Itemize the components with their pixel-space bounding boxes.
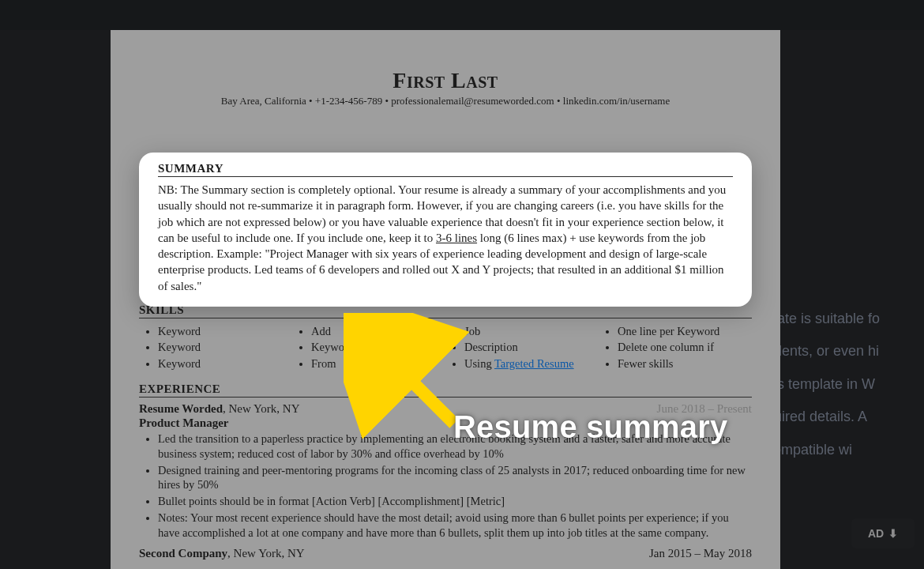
bg-line: compatible wi xyxy=(766,434,924,466)
skill-item: Description xyxy=(464,339,599,355)
bullet: Designed training and peer-mentoring pro… xyxy=(158,463,752,493)
company-name: Resume Worded xyxy=(139,402,223,415)
divider xyxy=(158,176,733,177)
experience-heading: EXPERIENCE xyxy=(139,382,752,396)
bg-line: udents, or even hi xyxy=(766,335,924,367)
bullet: Bullet points should be in format [Actio… xyxy=(158,494,752,509)
summary-body: NB: The Summary section is completely op… xyxy=(158,182,733,294)
skill-item: From xyxy=(311,356,445,371)
company-location: , New York, NY xyxy=(223,402,300,415)
divider xyxy=(139,397,752,398)
skill-item: Keyword xyxy=(158,323,292,339)
skill-item: Keyword xyxy=(158,339,292,355)
download-label: AD xyxy=(868,527,884,540)
app-topbar xyxy=(0,0,924,30)
job-date: Jan 2015 – May 2018 xyxy=(649,547,752,560)
skill-item: One line per Keyword xyxy=(618,323,752,339)
divider xyxy=(139,318,752,318)
bullet: Notes: Your most recent experience shoul… xyxy=(158,511,752,541)
skill-item: Keyword xyxy=(158,356,292,371)
company-location: , New York, NY xyxy=(227,547,305,560)
skill-item: Add xyxy=(311,323,445,339)
callout-label: Resume summary xyxy=(453,409,727,445)
skill-item: Using Targeted Resume xyxy=(464,356,599,371)
resume-name: First Last xyxy=(139,68,752,93)
download-icon: ⬇ xyxy=(888,527,898,540)
job-bullets: Led the transition to a paperless practi… xyxy=(139,431,752,541)
resume-page: First Last Bay Area, California • +1-234… xyxy=(139,68,752,560)
bg-line: plate is suitable fo xyxy=(766,303,924,335)
resume-contact-line: Bay Area, California • +1-234-456-789 • … xyxy=(139,95,752,107)
skill-item: Job xyxy=(464,323,599,339)
summary-highlight-card: SUMMARY NB: The Summary section is compl… xyxy=(139,153,752,307)
background-article-text: plate is suitable fo udents, or even hi … xyxy=(766,303,924,466)
summary-emphasis: 3-6 lines xyxy=(436,232,477,244)
bg-line: quired details. A xyxy=(766,401,924,433)
skill-item: Delete one column if xyxy=(618,339,752,355)
skills-columns: Keyword Keyword Keyword Add Keywords Fro… xyxy=(139,323,752,371)
skill-item: Fewer skills xyxy=(618,356,752,371)
bg-line: his template in W xyxy=(766,368,924,401)
company-name: Second Company xyxy=(139,547,227,560)
summary-heading: SUMMARY xyxy=(158,162,733,175)
stage: plate is suitable fo udents, or even hi … xyxy=(0,30,924,569)
job-header: Second Company, New York, NY Jan 2015 – … xyxy=(139,547,752,560)
skill-item: Keywords xyxy=(311,339,445,355)
download-button[interactable]: AD ⬇ xyxy=(851,518,915,548)
targeted-resume-link[interactable]: Targeted Resume xyxy=(494,357,574,370)
